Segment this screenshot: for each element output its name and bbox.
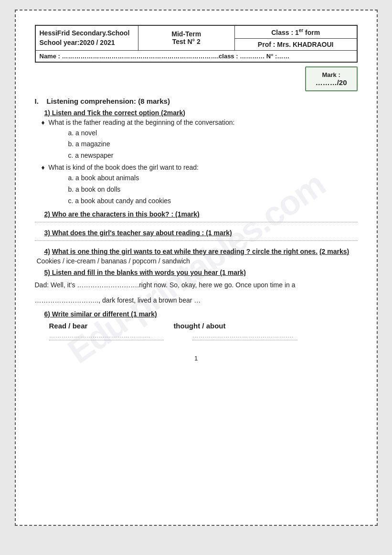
q3-title: 3) What does the girl's teacher say abou…: [44, 229, 358, 237]
exam-page: Edu-printables.com HessiFrid Secondary.S…: [15, 10, 378, 526]
q6-text: Write similar or different (1 mark): [52, 310, 157, 318]
q1b-option-c: c. a book about candy and cookies: [68, 196, 358, 207]
class-form: form: [303, 29, 320, 36]
class-cell: Class : 1er form: [234, 25, 357, 38]
q5-dad-text1: Dad: Well, it's ……………………….right now. So,…: [35, 279, 358, 291]
q1b-option-a: a. a book about animals: [68, 173, 358, 184]
q2-label: 2): [44, 210, 50, 218]
q1b-options: a. a book about animals b. a book on dol…: [68, 173, 358, 207]
q5-text: Listen and fill in the blanks with words…: [52, 269, 246, 276]
q3-label: 3): [44, 229, 50, 237]
q1-label: 1): [44, 109, 50, 117]
section1-title: I. Listening comprehension: (8 marks): [35, 97, 358, 105]
test-title-line1: Mid-Term: [142, 30, 231, 38]
q1a-question: What is the father reading at the beginn…: [49, 119, 235, 126]
q4-marks: (2 marks): [319, 248, 349, 255]
q2-text: Who are the characters in this book? : (…: [52, 210, 200, 218]
mark-label: Mark :: [316, 71, 347, 78]
school-year-cell: School year:2020 / 2021: [40, 39, 134, 46]
q1b-text: ♦ What is kind of the book does the girl…: [42, 163, 358, 171]
q5-label: 5): [44, 269, 50, 276]
header-table: HessiFrid Secondary.School School year:2…: [35, 25, 358, 63]
q1-title: 1) Listen and Tick the correct option (2…: [44, 109, 358, 117]
q3-answer-line: [35, 240, 358, 241]
q1a-option-a: a. a novel: [68, 128, 358, 139]
q1-text: Listen and Tick the correct option (2mar…: [52, 109, 185, 117]
q1b-block: ♦ What is kind of the book does the girl…: [40, 163, 358, 207]
answer-line-right: ………………………………………….: [192, 332, 297, 340]
q3-text: What does the girl's teacher say about r…: [52, 229, 232, 237]
school-year-label: School year:: [40, 39, 80, 46]
question-2-block: 2) Who are the characters in this book? …: [35, 210, 358, 222]
test-title-cell: Mid-Term Test N° 2: [138, 25, 234, 50]
school-name-cell: HessiFrid Secondary.School School year:2…: [35, 25, 138, 50]
school-year: 2020 / 2021: [80, 39, 115, 46]
similar-row: Read / bear thought / about: [49, 322, 358, 330]
answer-line-left: ………………………………………….: [49, 332, 164, 340]
diamond-icon2: ♦: [42, 163, 45, 171]
q4-title-block: 4) What is one thing the girl wants to e…: [44, 248, 358, 255]
test-title-line2: Test N° 2: [142, 38, 231, 45]
name-line: Name : ………………………………………………………………….class :…: [35, 50, 357, 62]
q4-label: 4): [44, 248, 50, 255]
pair1-left: Read / bear: [49, 322, 88, 330]
question-3-block: 3) What does the girl's teacher say abou…: [35, 229, 358, 241]
q1a-option-c: c. a newspaper: [68, 150, 358, 162]
class-sup: er: [299, 28, 303, 33]
pair1-right: thought / about: [173, 322, 225, 330]
page-number: 1: [35, 355, 358, 362]
similar-answer-row: …………………………………………. ………………………………………….: [49, 332, 358, 340]
q6-title: 6) Write similar or different (1 mark): [44, 310, 358, 318]
q1a-text: ♦ What is the father reading at the begi…: [42, 119, 358, 126]
prof-cell: Prof : Mrs. KHADRAOUI: [234, 38, 357, 50]
mark-value: ………/20: [316, 78, 347, 87]
q1b-question: What is kind of the book does the girl w…: [49, 163, 199, 171]
q1a-options: a. a novel b. a magazine c. a newspaper: [68, 128, 358, 162]
q2-title: 2) Who are the characters in this book? …: [44, 210, 358, 218]
mark-box-container: Mark : ………/20: [35, 66, 358, 91]
q2-answer-line: [35, 222, 358, 222]
q5-dad-text2: ……………………….., dark forest, lived a brown …: [35, 294, 358, 306]
question-5-block: 5) Listen and fill in the blanks with wo…: [35, 269, 358, 306]
q6-label: 6): [44, 310, 50, 318]
diamond-icon: ♦: [42, 119, 45, 126]
q5-title: 5) Listen and fill in the blanks with wo…: [44, 269, 358, 276]
q1b-option-b: b. a book on dolls: [68, 184, 358, 196]
question-1-block: 1) Listen and Tick the correct option (2…: [35, 109, 358, 207]
class-label: Class : 1: [271, 29, 299, 36]
q4-items: Cookies / ice-cream / bananas / popcorn …: [37, 257, 358, 265]
question-4-block: 4) What is one thing the girl wants to e…: [35, 248, 358, 265]
school-name: HessiFrid Secondary.School: [40, 29, 134, 37]
q1a-block: ♦ What is the father reading at the begi…: [40, 119, 358, 162]
q1a-option-b: b. a magazine: [68, 139, 358, 150]
q4-title: What is one thing the girl wants to eat …: [52, 248, 318, 255]
mark-box: Mark : ………/20: [305, 66, 358, 91]
question-6-block: 6) Write similar or different (1 mark) R…: [35, 310, 358, 340]
